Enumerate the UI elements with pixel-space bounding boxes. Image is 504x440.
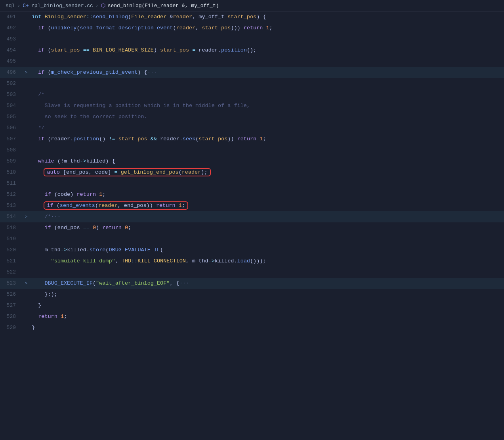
token-op: = bbox=[115, 169, 118, 175]
line-number: 503 bbox=[0, 90, 22, 100]
token-plain: } bbox=[38, 302, 41, 308]
line-number: 493 bbox=[0, 34, 22, 44]
token-cls: Binlog_sender bbox=[44, 14, 86, 20]
breadcrumb-sep-2: › bbox=[95, 3, 99, 9]
token-kw: return bbox=[102, 225, 122, 231]
token-plain: () bbox=[99, 136, 109, 142]
code-line-521: 521 "simulate_kill_dump", THD::KILL_CONN… bbox=[0, 256, 504, 267]
line-gutter[interactable]: > bbox=[22, 67, 30, 78]
token-param: start_pos bbox=[160, 47, 189, 53]
token-plain: ; bbox=[64, 314, 67, 319]
line-content: };); bbox=[30, 289, 504, 300]
line-number: 522 bbox=[0, 267, 22, 277]
token-plain: ( bbox=[44, 69, 51, 75]
line-number: 509 bbox=[0, 156, 22, 166]
line-content: Slave is requesting a position which is … bbox=[30, 101, 504, 111]
token-str: "wait_after_binlog_EOF" bbox=[96, 280, 170, 286]
token-kw: return bbox=[244, 25, 263, 31]
line-number: 523 bbox=[0, 278, 22, 289]
code-line-513: 513 if (send_events(reader, end_pos)) re… bbox=[0, 200, 504, 211]
code-line-518: 518 if (end_pos == 0) return 0; bbox=[0, 222, 504, 233]
breadcrumb-file[interactable]: rpl_binlog_sender.cc bbox=[31, 3, 93, 9]
token-fn: position bbox=[221, 47, 247, 53]
code-line-491: 491int Binlog_sender::send_binlog(File_r… bbox=[0, 11, 504, 23]
breadcrumb-method[interactable]: send_binlog(File_reader &, my_off_t) bbox=[108, 3, 219, 9]
indent bbox=[32, 69, 38, 75]
indent bbox=[32, 280, 44, 286]
token-fn: send_events bbox=[60, 203, 95, 209]
token-param: start_pos bbox=[118, 136, 147, 142]
token-fn: send_binlog bbox=[93, 14, 128, 20]
line-content: if (start_pos == BIN_LOG_HEADER_SIZE) st… bbox=[30, 45, 504, 55]
token-kw: if bbox=[47, 203, 53, 209]
token-plain: ( bbox=[76, 25, 80, 31]
token-plain bbox=[176, 203, 179, 209]
token-kw: if bbox=[38, 69, 44, 75]
line-content: /*··· bbox=[30, 212, 504, 222]
token-fn: m_check_previous_gtid_event bbox=[51, 69, 138, 75]
line-content: /* bbox=[30, 90, 504, 100]
highlighted-box: auto [end_pos, code] = get_binlog_end_po… bbox=[44, 168, 210, 176]
line-number: 513 bbox=[0, 201, 22, 211]
token-arrow: -> bbox=[80, 158, 86, 164]
token-var: m_thd bbox=[192, 258, 208, 264]
token-kw: if bbox=[38, 136, 44, 142]
indent bbox=[32, 225, 44, 231]
token-plain: & bbox=[166, 14, 173, 20]
line-number: 506 bbox=[0, 123, 22, 133]
token-plain: ( bbox=[44, 25, 51, 31]
token-var: reader bbox=[160, 136, 179, 142]
code-line-522: 522 bbox=[0, 267, 504, 278]
token-var: end_pos bbox=[124, 203, 147, 209]
line-number: 492 bbox=[0, 23, 22, 33]
token-plain: )) bbox=[147, 203, 156, 209]
line-gutter[interactable]: > bbox=[22, 212, 30, 222]
line-gutter[interactable]: > bbox=[22, 278, 30, 289]
code-line-496: 496> if (m_check_previous_gtid_event) {·… bbox=[0, 67, 504, 78]
token-plain bbox=[96, 191, 99, 197]
token-param: reader bbox=[176, 25, 196, 31]
line-number: 491 bbox=[0, 12, 22, 22]
token-fn: seek bbox=[183, 136, 195, 142]
token-param: reader bbox=[98, 203, 118, 209]
token-cm: */ bbox=[38, 125, 44, 131]
line-number: 510 bbox=[0, 167, 22, 178]
token-plain: ; bbox=[263, 136, 266, 142]
code-line-520: 520 m_thd->killed.store(DBUG_EVALUATE_IF… bbox=[0, 245, 504, 256]
token-var: killed bbox=[86, 158, 106, 164]
token-plain: ( bbox=[95, 203, 98, 209]
token-num: 1 bbox=[61, 314, 64, 319]
token-plain: . bbox=[234, 258, 237, 264]
breadcrumb-file-icon: C+ bbox=[23, 3, 29, 9]
token-kw: auto bbox=[47, 169, 59, 175]
code-line-519: 519 bbox=[0, 233, 504, 245]
token-fn: DBUG_EVALUATE_IF bbox=[109, 247, 160, 253]
breadcrumb-folder[interactable]: sql bbox=[6, 3, 15, 9]
token-kw: while bbox=[38, 158, 54, 164]
token-plain: ( bbox=[51, 191, 57, 197]
token-plain: ; bbox=[102, 191, 105, 197]
line-content: "simulate_kill_dump", THD::KILL_CONNECTI… bbox=[30, 256, 504, 266]
indent bbox=[32, 214, 44, 220]
token-plain: , bbox=[89, 169, 95, 175]
indent bbox=[32, 125, 38, 131]
indent bbox=[32, 25, 38, 31]
token-fn: position bbox=[73, 136, 99, 142]
token-plain bbox=[80, 225, 83, 231]
token-cls: KILL_CONNECTION bbox=[137, 258, 186, 264]
code-line-492: 492 if (unlikely(send_format_description… bbox=[0, 23, 504, 34]
token-kw: if bbox=[38, 25, 44, 31]
token-plain: , bbox=[115, 258, 122, 264]
token-plain: ) bbox=[96, 225, 102, 231]
token-num: 0 bbox=[125, 225, 128, 231]
code-line-509: 509 while (!m_thd->killed) { bbox=[0, 156, 504, 167]
token-plain bbox=[57, 314, 61, 319]
token-kw: if bbox=[38, 47, 44, 53]
token-plain bbox=[90, 225, 93, 231]
indent bbox=[32, 291, 44, 297]
indent bbox=[32, 136, 38, 142]
token-var: code bbox=[95, 169, 108, 175]
token-plain: ( bbox=[44, 136, 51, 142]
line-number: 496 bbox=[0, 67, 22, 78]
code-line-512: 512 if (code) return 1; bbox=[0, 189, 504, 200]
